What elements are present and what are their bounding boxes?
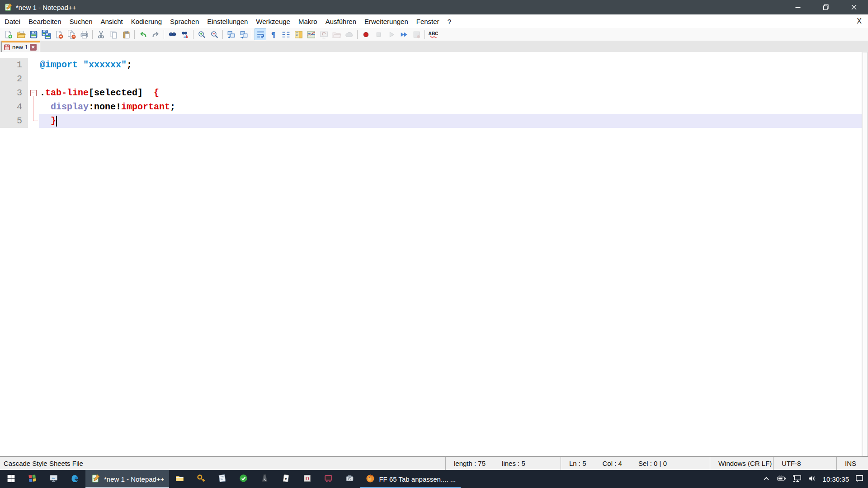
menu-item-fenster[interactable]: Fenster	[412, 14, 443, 28]
code-line-5[interactable]: 5 }	[0, 114, 868, 128]
code-line-1[interactable]: 1@import "xxxxxx";	[0, 58, 868, 72]
red-d-app-icon: D	[302, 474, 312, 484]
taskbar-clock[interactable]: 10:30:35	[823, 475, 849, 483]
battery-icon[interactable]	[777, 474, 787, 485]
show-all-characters-icon[interactable]: ¶	[267, 28, 279, 40]
close-all-icon[interactable]	[66, 28, 77, 40]
taskbar-task-notepadpp[interactable]: *new 1 - Notepad++	[85, 470, 169, 488]
taskbar-icon-notes-app[interactable]	[212, 470, 233, 488]
spell-check-icon[interactable]: ABC	[427, 28, 439, 40]
taskbar-icon-keepass-key[interactable]	[190, 470, 212, 488]
indent-guide-icon[interactable]	[280, 28, 292, 40]
menu-item-ansicht[interactable]: Ansicht	[96, 14, 127, 28]
macro-record-icon[interactable]	[360, 28, 372, 40]
toolbar: ba¶ABC	[0, 28, 868, 41]
menu-item-kodierung[interactable]: Kodierung	[127, 14, 166, 28]
svg-text:a: a	[184, 34, 186, 38]
new-file-icon[interactable]	[2, 28, 14, 40]
menu-item-makro[interactable]: Makro	[294, 14, 321, 28]
code-text: }	[39, 114, 862, 128]
menu-item-bearbeiten[interactable]: Bearbeiten	[24, 14, 66, 28]
copy-icon[interactable]	[108, 28, 119, 40]
chevron-up-icon[interactable]	[761, 474, 771, 485]
line-number: 3	[0, 86, 28, 100]
windows-logo-icon	[6, 474, 16, 484]
taskbar-task-firefox[interactable]: FF 65 Tab anpassen.... ...	[360, 470, 461, 488]
fold-marker[interactable]	[28, 86, 39, 100]
save-all-icon[interactable]	[40, 28, 52, 40]
start-button[interactable]	[0, 470, 22, 488]
close-button[interactable]	[840, 0, 868, 14]
menu-close-button[interactable]: X	[857, 14, 862, 28]
menu-item-sprachen[interactable]: Sprachen	[166, 14, 203, 28]
volume-icon[interactable]	[807, 474, 817, 485]
network-icon[interactable]	[792, 474, 802, 485]
menu-item-erweiterungen[interactable]: Erweiterungen	[360, 14, 412, 28]
vertical-scrollbar[interactable]	[862, 52, 868, 456]
find-icon[interactable]	[166, 28, 178, 40]
menu-item-suchen[interactable]: Suchen	[66, 14, 97, 28]
status-eol-format[interactable]: Windows (CR LF)	[710, 457, 773, 470]
code-line-3[interactable]: 3.tab-line[selected] {	[0, 86, 868, 100]
redo-icon[interactable]	[150, 28, 161, 40]
sync-horizontal-icon[interactable]	[238, 28, 250, 40]
zoom-in-icon[interactable]	[196, 28, 208, 40]
tab-close-icon[interactable]: ✕	[30, 44, 37, 51]
code-editor[interactable]: 1@import "xxxxxx";23.tab-line[selected] …	[0, 52, 868, 456]
card-spade-icon: ♠	[281, 474, 291, 484]
toolbar-separator	[193, 30, 193, 39]
save-icon[interactable]	[28, 28, 39, 40]
word-wrap-icon[interactable]	[255, 28, 266, 40]
action-center-icon[interactable]	[854, 474, 864, 485]
code-text: .tab-line[selected] {	[39, 86, 862, 100]
restore-button[interactable]	[812, 0, 840, 14]
macro-run-multiple-icon[interactable]	[398, 28, 410, 40]
replace-icon[interactable]: ba	[179, 28, 191, 40]
taskbar-icon-red-tv[interactable]	[318, 470, 339, 488]
code-line-4[interactable]: 4 display:none!important;	[0, 100, 868, 114]
close-file-icon[interactable]	[53, 28, 65, 40]
function-list-icon[interactable]	[305, 28, 317, 40]
menu-bar: DateiBearbeitenSuchenAnsichtKodierungSpr…	[0, 14, 868, 28]
sync-vertical-icon[interactable]	[225, 28, 237, 40]
zoom-out-icon[interactable]	[208, 28, 220, 40]
edge-icon	[70, 474, 80, 484]
colorful-blocks-icon	[28, 474, 37, 484]
green-check-icon	[239, 474, 248, 484]
paste-icon[interactable]	[120, 28, 132, 40]
code-line-2[interactable]: 2	[0, 72, 868, 86]
tab-new-1[interactable]: new 1 ✕	[1, 41, 40, 52]
status-length-lines: length : 75lines : 5	[445, 457, 561, 470]
menu-item-einstellungen[interactable]: Einstellungen	[203, 14, 252, 28]
status-insert-mode[interactable]: INS	[836, 457, 868, 470]
taskbar-icon-dark-flask[interactable]	[254, 470, 275, 488]
toolbar-separator	[357, 30, 358, 39]
taskbar-icon-card-spade[interactable]: ♠	[275, 470, 297, 488]
minimize-button[interactable]	[784, 0, 812, 14]
status-encoding[interactable]: UTF-8	[773, 457, 836, 470]
print-icon[interactable]	[78, 28, 90, 40]
menu-item-?[interactable]: ?	[443, 14, 455, 28]
menu-item-ausfhren[interactable]: Ausführen	[321, 14, 360, 28]
toolbar-separator	[252, 30, 252, 39]
open-containing-folder-icon	[330, 28, 342, 40]
open-folder-icon[interactable]	[15, 28, 27, 40]
taskbar-icon-edge[interactable]	[64, 470, 85, 488]
red-tv-icon	[324, 474, 333, 484]
undo-icon[interactable]	[137, 28, 149, 40]
toolbar-separator	[164, 30, 164, 39]
tab-label: new 1	[12, 44, 28, 51]
display-app-icon	[49, 474, 58, 484]
document-map-icon[interactable]	[292, 28, 304, 40]
taskbar-icon-red-d-app[interactable]: D	[297, 470, 318, 488]
taskbar-icon-colorful-blocks[interactable]	[22, 470, 43, 488]
menu-item-datei[interactable]: Datei	[0, 14, 24, 28]
status-bar: Cascade Style Sheets File length : 75lin…	[0, 456, 868, 470]
menu-item-werkzeuge[interactable]: Werkzeuge	[252, 14, 294, 28]
taskbar-icon-display-app[interactable]	[43, 470, 64, 488]
taskbar-icon-explorer-folder[interactable]	[169, 470, 190, 488]
taskbar-icon-green-check[interactable]	[233, 470, 254, 488]
taskbar-icon-camera[interactable]	[339, 470, 360, 488]
cut-icon[interactable]	[95, 28, 107, 40]
line-number: 5	[0, 114, 28, 128]
